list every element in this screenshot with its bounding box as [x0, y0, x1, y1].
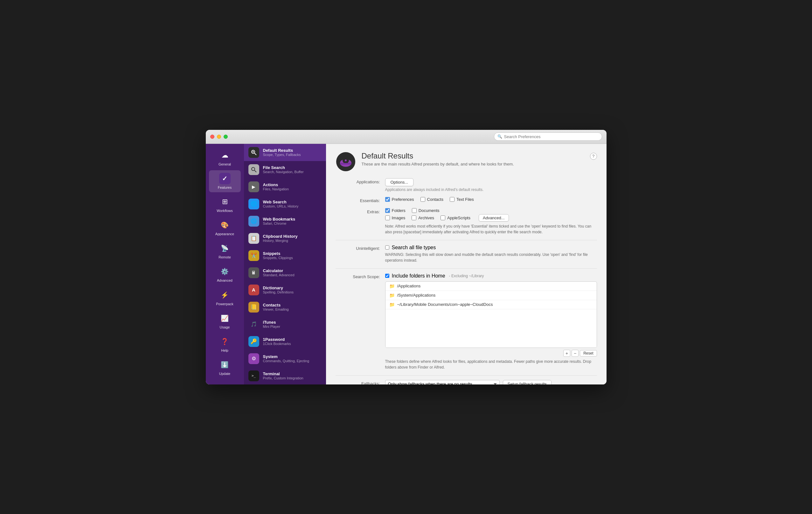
feature-item-actions[interactable]: ▶ Actions Files, Navigation — [244, 178, 326, 195]
app-window: 🔍 ☁ General ✓ Features ⊞ Workflows 🎨 App… — [206, 130, 607, 384]
contacts-icon: 📒 — [249, 302, 259, 313]
feature-item-default-results[interactable]: Default Results Scope, Types, Fallbacks — [244, 144, 326, 161]
close-button[interactable] — [210, 135, 214, 139]
sidebar-item-update[interactable]: ⬇️ Update — [209, 356, 241, 378]
sidebar-item-label-general: General — [219, 162, 231, 166]
dictionary-subtitle: Spelling, Definitions — [263, 290, 322, 294]
essentials-checks: Preferences Contacts Text Files — [385, 197, 597, 202]
divider-1 — [336, 240, 597, 240]
text-files-checkbox[interactable] — [450, 197, 455, 202]
fallback-select[interactable]: Only show fallbacks when there are no re… — [385, 380, 500, 384]
contacts-checkbox[interactable] — [420, 197, 425, 202]
system-title: System — [263, 354, 322, 359]
search-input[interactable] — [504, 134, 599, 139]
setup-fallback-button[interactable]: Setup fallback results — [503, 380, 552, 384]
feature-item-terminal[interactable]: >_ Terminal Prefix, Custom Integration — [244, 367, 326, 384]
unintelligent-check-row: Search all file types — [385, 245, 597, 250]
include-folders-checkbox[interactable] — [385, 274, 389, 278]
extras-applescripts[interactable]: AppleScripts — [440, 215, 470, 220]
search-scope-row: Search Scope: Include folders in Home - … — [336, 273, 597, 370]
divider-2 — [336, 268, 597, 269]
feature-item-clipboard[interactable]: 📋 Clipboard History History, Merging — [244, 230, 326, 247]
panel-header: Default Results These are the main resul… — [336, 152, 597, 172]
extras-archives[interactable]: Archives — [412, 215, 434, 220]
sidebar-item-workflows[interactable]: ⊞ Workflows — [209, 193, 241, 215]
itunes-icon: 🎵 — [249, 319, 259, 330]
calculator-icon: 🖩 — [249, 267, 259, 278]
powerpack-icon: ⚡ — [219, 289, 231, 301]
feature-item-calculator[interactable]: 🖩 Calculator Standard, Advanced — [244, 264, 326, 281]
feature-item-system[interactable]: ⚙ System Commands, Quitting, Ejecting — [244, 350, 326, 367]
images-label: Images — [392, 215, 406, 220]
sidebar-item-usage[interactable]: 📈 Usage — [209, 310, 241, 332]
advanced-button[interactable]: Advanced... — [479, 214, 509, 221]
options-button[interactable]: Options... — [385, 178, 414, 186]
contacts-text: Contacts Viewer, Emailing — [263, 303, 322, 311]
sidebar-item-general[interactable]: ☁ General — [209, 147, 241, 169]
search-all-checkbox[interactable] — [385, 245, 389, 249]
svg-point-3 — [252, 167, 255, 170]
dictionary-icon: A — [249, 285, 259, 295]
feature-item-file-search[interactable]: File Search Search, Navigation, Buffer — [244, 161, 326, 178]
1password-text: 1Password 1Click Bookmarks — [263, 337, 322, 346]
web-search-subtitle: Custom, URLs, History — [263, 204, 322, 208]
sidebar-item-label-help: Help — [221, 349, 228, 353]
feature-item-itunes[interactable]: 🎵 iTunes Mini Player — [244, 316, 326, 333]
sidebar-item-label-advanced: Advanced — [217, 278, 232, 282]
sidebar-item-label-usage: Usage — [220, 325, 230, 329]
remove-scope-button[interactable]: − — [572, 350, 579, 357]
workflows-icon: ⊞ — [219, 196, 231, 208]
reset-scope-button[interactable]: Reset — [580, 350, 597, 356]
sidebar-item-help[interactable]: ❓ Help — [209, 333, 241, 355]
essentials-row: Essentials: Preferences Contacts — [336, 197, 597, 203]
feature-item-contacts[interactable]: 📒 Contacts Viewer, Emailing — [244, 299, 326, 316]
documents-checkbox[interactable] — [412, 208, 417, 213]
sidebar-item-remote[interactable]: 📡 Remote — [209, 240, 241, 262]
contacts-subtitle: Viewer, Emailing — [263, 307, 322, 311]
sidebar-item-powerpack[interactable]: ⚡ Powerpack — [209, 287, 241, 309]
help-button[interactable]: ? — [590, 153, 597, 160]
fullscreen-button[interactable] — [224, 135, 228, 139]
extras-images[interactable]: Images — [385, 215, 406, 220]
search-bar[interactable]: 🔍 — [494, 132, 602, 141]
unintelligent-label: Unintelligent: — [336, 245, 380, 251]
extras-folders[interactable]: Folders — [385, 208, 406, 213]
archives-checkbox[interactable] — [412, 215, 416, 220]
1password-title: 1Password — [263, 337, 322, 342]
essentials-text-files[interactable]: Text Files — [450, 197, 474, 202]
help-icon: ❓ — [219, 336, 231, 347]
feature-item-web-bookmarks[interactable]: 🌐 Web Bookmarks Safari, Chrome — [244, 213, 326, 230]
sidebar-item-advanced[interactable]: ⚙️ Advanced — [209, 263, 241, 285]
folder-icon-3: 📁 — [389, 302, 395, 307]
minimize-button[interactable] — [217, 135, 221, 139]
sidebar-item-features[interactable]: ✓ Features — [209, 170, 241, 192]
documents-label: Documents — [418, 208, 440, 213]
fallbacks-row: Fallbacks: Only show fallbacks when ther… — [336, 380, 597, 384]
images-checkbox[interactable] — [385, 215, 390, 220]
preferences-checkbox[interactable] — [385, 197, 390, 202]
add-scope-button[interactable]: + — [563, 350, 570, 357]
excluding-text: - Excluding ~/Library — [449, 274, 484, 278]
sidebar-item-appearance[interactable]: 🎨 Appearance — [209, 217, 241, 239]
include-folders-row: Include folders in Home - Excluding ~/Li… — [385, 273, 597, 279]
panel-title: Default Results — [361, 152, 584, 160]
feature-item-snippets[interactable]: ✂️ Snippets Snippets, Clippings — [244, 247, 326, 264]
feature-item-1password[interactable]: 🔑 1Password 1Click Bookmarks — [244, 333, 326, 350]
sidebar-item-label-workflows: Workflows — [216, 209, 233, 213]
scope-desc: These folders define where Alfred looks … — [385, 359, 597, 370]
folders-checkbox[interactable] — [385, 208, 390, 213]
divider-3 — [336, 375, 597, 376]
search-scope-label: Search Scope: — [336, 273, 380, 279]
applescripts-checkbox[interactable] — [440, 215, 445, 220]
feature-item-dictionary[interactable]: A Dictionary Spelling, Definitions — [244, 281, 326, 299]
web-bookmarks-icon: 🌐 — [249, 216, 259, 226]
feature-item-web-search[interactable]: 🌐 Web Search Custom, URLs, History — [244, 195, 326, 213]
system-text: System Commands, Quitting, Ejecting — [263, 354, 322, 363]
snippets-title: Snippets — [263, 251, 322, 256]
extras-checks-row1: Folders Documents — [385, 208, 597, 213]
essentials-preferences[interactable]: Preferences — [385, 197, 414, 202]
scope-item-applications: 📁 /Applications — [385, 282, 597, 291]
include-folders-label: Include folders in Home — [392, 273, 445, 279]
extras-documents[interactable]: Documents — [412, 208, 440, 213]
essentials-contacts[interactable]: Contacts — [420, 197, 443, 202]
